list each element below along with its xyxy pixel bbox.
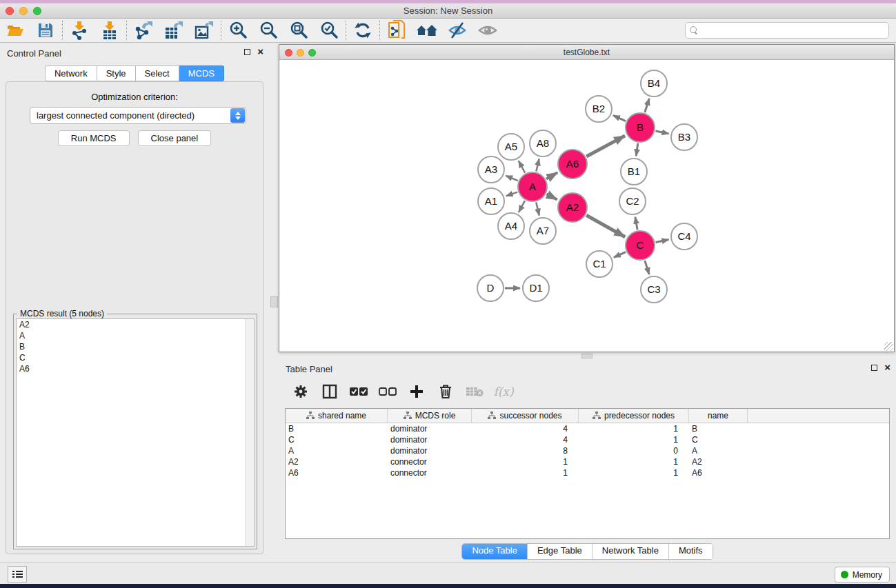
column-header-name[interactable]: name (689, 409, 748, 423)
mcds-result-item[interactable]: B (17, 341, 254, 352)
tab-network[interactable]: Network (45, 65, 97, 81)
column-header-shared-name[interactable]: shared name (286, 409, 388, 423)
zoom-selected-button[interactable] (314, 19, 344, 41)
mcds-result-item[interactable]: A (17, 330, 254, 341)
task-history-button[interactable] (8, 566, 27, 582)
split-view-button[interactable] (318, 381, 341, 402)
node-C[interactable]: C (626, 231, 655, 260)
scrollbar[interactable] (245, 319, 254, 546)
minimize-traffic-light[interactable] (19, 7, 28, 15)
tab-edge-table[interactable]: Edge Table (528, 544, 593, 559)
network-canvas[interactable]: AA1A3A5A8A4A7A6A2BB2B4B3B1CC2C4C1C3DD1 (279, 61, 894, 352)
vertical-split-handle[interactable] (270, 296, 278, 307)
delete-button[interactable] (434, 381, 457, 402)
minimize-traffic-light[interactable] (297, 49, 304, 57)
delete-table-button[interactable] (463, 381, 486, 402)
export-table-button[interactable] (159, 19, 189, 41)
node-A2[interactable]: A2 (558, 193, 587, 222)
function-builder-button[interactable]: f(x) (492, 381, 515, 402)
edge-C-C1[interactable] (614, 252, 626, 258)
close-panel-icon[interactable]: × (257, 48, 263, 55)
node-B4[interactable]: B4 (641, 70, 667, 97)
network-window-titlebar[interactable]: testGlobe.txt (279, 45, 894, 60)
save-session-button[interactable] (30, 19, 61, 41)
float-panel-icon[interactable] (871, 365, 877, 371)
mcds-result-item[interactable]: A2 (17, 319, 254, 330)
export-network-button[interactable] (128, 19, 159, 41)
edge-A-A8[interactable] (536, 159, 539, 171)
memory-button[interactable]: Memory (835, 567, 890, 582)
network-file-button[interactable] (381, 19, 412, 41)
edge-A-A2[interactable] (546, 194, 557, 200)
table-row[interactable]: A2connector11A2 (286, 456, 889, 467)
column-header-MCDS-role[interactable]: MCDS role (388, 409, 472, 423)
edge-B-B4[interactable] (645, 99, 649, 112)
hide-panels-button[interactable] (442, 19, 472, 41)
network-graph[interactable]: AA1A3A5A8A4A7A6A2BB2B4B3B1CC2C4C1C3DD1 (279, 61, 894, 352)
home-button[interactable] (412, 19, 442, 41)
node-A7[interactable]: A7 (530, 218, 556, 244)
node-C3[interactable]: C3 (641, 276, 667, 303)
column-header-predecessor-nodes[interactable]: predecessor nodes (579, 409, 689, 423)
node-C2[interactable]: C2 (619, 188, 646, 214)
select-all-button[interactable] (347, 381, 370, 402)
node-A5[interactable]: A5 (498, 134, 524, 160)
table-row[interactable]: Bdominator41B (286, 423, 889, 434)
tab-mcds[interactable]: MCDS (179, 65, 224, 81)
mcds-result-item[interactable]: C (17, 352, 254, 363)
tab-network-table[interactable]: Network Table (593, 544, 669, 559)
zoom-traffic-light[interactable] (33, 7, 41, 15)
zoom-in-button[interactable] (223, 19, 253, 41)
horizontal-split-handle[interactable] (581, 354, 593, 358)
criterion-dropdown[interactable]: largest connected component (directed) (30, 107, 246, 124)
edge-C-C3[interactable] (645, 261, 649, 274)
node-D1[interactable]: D1 (523, 275, 549, 301)
node-B1[interactable]: B1 (621, 159, 647, 185)
table-row[interactable]: Cdominator41C (286, 434, 889, 445)
edge-C-C2[interactable] (635, 217, 637, 230)
close-panel-button[interactable]: Close panel (138, 130, 212, 146)
edge-A-A5[interactable] (519, 161, 525, 172)
node-B2[interactable]: B2 (586, 96, 612, 122)
node-C1[interactable]: C1 (586, 251, 613, 277)
edge-C-C4[interactable] (656, 240, 669, 243)
open-session-button[interactable] (0, 19, 30, 41)
show-eye-button[interactable] (472, 19, 503, 41)
run-mcds-button[interactable]: Run MCDS (58, 130, 130, 146)
node-A4[interactable]: A4 (498, 213, 524, 239)
resize-grip[interactable] (884, 342, 893, 351)
unselect-all-button[interactable] (376, 381, 399, 402)
close-panel-icon[interactable]: × (884, 364, 890, 371)
import-network-button[interactable] (64, 19, 94, 41)
edge-A-A3[interactable] (506, 176, 518, 181)
tab-select[interactable]: Select (136, 65, 179, 81)
node-A6[interactable]: A6 (558, 150, 587, 179)
zoom-fit-button[interactable] (283, 19, 314, 41)
edge-B-B3[interactable] (655, 131, 668, 134)
mcds-result-item[interactable]: A6 (17, 363, 254, 374)
node-A8[interactable]: A8 (530, 130, 556, 156)
float-panel-icon[interactable] (244, 49, 250, 55)
add-column-button[interactable] (405, 381, 428, 402)
tab-motifs[interactable]: Motifs (669, 544, 713, 559)
search-field[interactable] (685, 22, 889, 39)
zoom-out-button[interactable] (253, 19, 283, 41)
refresh-button[interactable] (348, 19, 378, 41)
tab-style[interactable]: Style (97, 65, 136, 81)
edge-A6-B[interactable] (586, 136, 625, 156)
close-traffic-light[interactable] (6, 7, 14, 15)
node-table[interactable]: shared nameMCDS rolesuccessor nodesprede… (285, 408, 890, 539)
close-traffic-light[interactable] (285, 49, 292, 57)
node-B[interactable]: B (626, 113, 655, 142)
search-input[interactable] (698, 23, 888, 37)
node-B3[interactable]: B3 (671, 124, 697, 150)
node-D[interactable]: D (477, 275, 504, 301)
edge-A-A6[interactable] (546, 172, 557, 179)
edge-A2-C[interactable] (586, 215, 625, 237)
zoom-traffic-light[interactable] (308, 49, 316, 57)
export-image-button[interactable] (189, 19, 219, 41)
import-table-button[interactable] (94, 19, 125, 41)
table-row[interactable]: Adominator80A (286, 445, 889, 456)
table-row[interactable]: A6connector11A6 (286, 467, 889, 478)
edge-A-A7[interactable] (536, 202, 539, 215)
